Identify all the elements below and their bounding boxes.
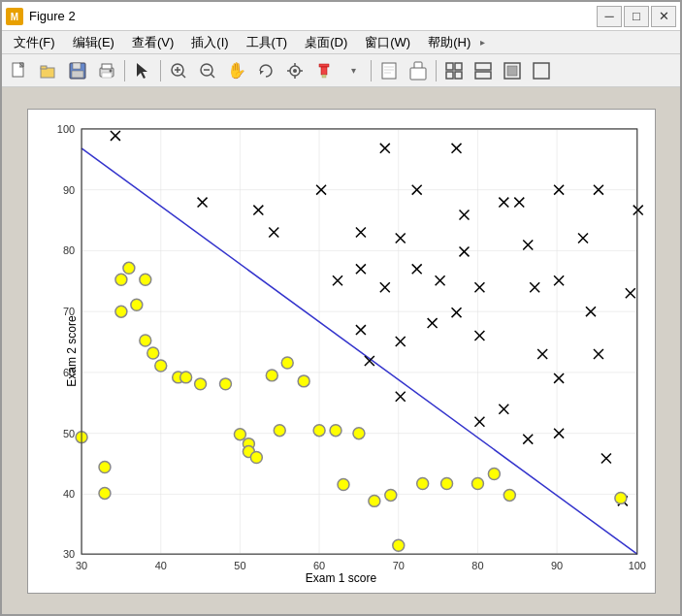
toolbar-brush-arrow[interactable]: ▾ (340, 58, 367, 83)
svg-point-193 (274, 424, 285, 436)
svg-point-174 (99, 487, 111, 499)
toolbar-sep-4 (436, 60, 437, 81)
svg-text:90: 90 (551, 560, 563, 571)
svg-point-186 (219, 377, 231, 389)
svg-text:✋: ✋ (227, 61, 246, 80)
toolbar-pan[interactable]: ✋ (223, 58, 250, 83)
toolbar-zoom-out[interactable] (194, 58, 221, 83)
toolbar-layout1[interactable] (440, 58, 468, 83)
svg-rect-38 (410, 68, 426, 80)
svg-point-207 (614, 492, 626, 503)
menu-view[interactable]: 查看(V) (124, 32, 181, 53)
svg-point-205 (488, 468, 500, 479)
svg-rect-42 (455, 72, 462, 79)
svg-point-201 (392, 539, 404, 551)
menu-window[interactable]: 窗口(W) (357, 32, 418, 53)
svg-rect-10 (102, 64, 112, 69)
toolbar-sep-2 (160, 60, 161, 81)
svg-text:50: 50 (234, 560, 245, 571)
toolbar-sep-1 (124, 60, 125, 81)
svg-point-182 (154, 359, 166, 371)
svg-point-190 (250, 451, 262, 463)
svg-point-180 (139, 335, 150, 346)
toolbar-brush[interactable] (310, 58, 338, 83)
svg-point-173 (99, 461, 111, 472)
toolbar-cursor[interactable] (129, 58, 156, 83)
toolbar-layout3[interactable] (499, 58, 526, 83)
close-button[interactable]: ✕ (651, 6, 676, 27)
plot-container: Exam 2 score Exam 1 score + Admitted Not… (27, 109, 656, 594)
svg-rect-39 (446, 63, 453, 70)
main-window: M Figure 2 ─ □ ✕ 文件(F) 编辑(E) 查看(V) 插入(I)… (0, 0, 682, 616)
window-icon: M (6, 8, 23, 25)
toolbar-mobile[interactable] (405, 58, 432, 83)
svg-text:60: 60 (313, 560, 325, 571)
svg-point-177 (139, 274, 150, 285)
svg-point-176 (122, 262, 134, 274)
svg-text:M: M (11, 12, 18, 22)
svg-text:90: 90 (62, 183, 74, 195)
toolbar-sep-3 (371, 60, 372, 81)
svg-text:40: 40 (62, 488, 74, 500)
svg-point-194 (298, 374, 309, 386)
svg-point-191 (266, 369, 277, 380)
svg-point-196 (330, 424, 341, 436)
svg-text:100: 100 (628, 560, 645, 571)
svg-point-178 (114, 306, 126, 317)
toolbar-new[interactable] (6, 58, 33, 83)
svg-rect-40 (455, 63, 462, 70)
menu-overflow-arrow[interactable]: ▸ (480, 37, 485, 48)
maximize-button[interactable]: □ (624, 6, 649, 27)
svg-point-179 (130, 299, 142, 310)
main-area: Exam 2 score Exam 1 score + Admitted Not… (2, 87, 680, 614)
svg-point-24 (293, 69, 297, 73)
toolbar-zoom-in[interactable] (165, 58, 192, 83)
svg-point-175 (114, 274, 126, 285)
svg-text:80: 80 (62, 244, 74, 256)
svg-rect-41 (446, 72, 453, 79)
svg-rect-44 (475, 72, 491, 79)
toolbar-print[interactable] (93, 58, 120, 83)
svg-text:40: 40 (154, 560, 166, 571)
svg-rect-11 (102, 73, 112, 78)
menu-file[interactable]: 文件(F) (6, 32, 63, 53)
menu-tools[interactable]: 工具(T) (239, 32, 296, 53)
svg-rect-46 (507, 66, 517, 76)
svg-text:60: 60 (62, 366, 74, 377)
svg-point-185 (194, 377, 206, 389)
svg-point-197 (338, 478, 349, 490)
minimize-button[interactable]: ─ (597, 6, 622, 27)
title-bar: M Figure 2 ─ □ ✕ (2, 2, 680, 31)
toolbar-layout2[interactable] (470, 58, 497, 83)
toolbar-rotate[interactable] (252, 58, 279, 83)
menu-desktop[interactable]: 桌面(D) (297, 32, 355, 53)
svg-point-192 (281, 356, 293, 368)
svg-point-206 (503, 489, 515, 501)
svg-rect-8 (72, 71, 83, 78)
svg-point-202 (416, 477, 428, 489)
menu-help[interactable]: 帮助(H) (420, 32, 478, 53)
toolbar-print-preview[interactable] (375, 58, 403, 83)
svg-marker-13 (137, 63, 147, 79)
svg-text:70: 70 (62, 306, 74, 317)
svg-point-195 (313, 424, 325, 436)
svg-rect-32 (382, 63, 396, 79)
svg-point-181 (146, 347, 158, 359)
svg-point-198 (352, 427, 364, 438)
menu-insert[interactable]: 插入(I) (183, 32, 236, 53)
menu-bar: 文件(F) 编辑(E) 查看(V) 插入(I) 工具(T) 桌面(D) 窗口(W… (2, 31, 680, 54)
svg-rect-47 (534, 63, 549, 79)
toolbar-open[interactable] (35, 58, 62, 83)
svg-point-187 (234, 428, 245, 439)
svg-rect-29 (319, 64, 329, 67)
menu-edit[interactable]: 编辑(E) (65, 32, 122, 53)
toolbar-layout4[interactable] (528, 58, 555, 83)
window-controls: ─ □ ✕ (597, 6, 676, 27)
svg-point-204 (471, 477, 483, 489)
svg-point-200 (384, 489, 396, 501)
svg-text:30: 30 (75, 560, 86, 571)
svg-line-19 (211, 74, 214, 78)
toolbar-save[interactable] (64, 58, 91, 83)
svg-point-199 (368, 495, 379, 506)
toolbar-datacursor[interactable] (281, 58, 309, 83)
